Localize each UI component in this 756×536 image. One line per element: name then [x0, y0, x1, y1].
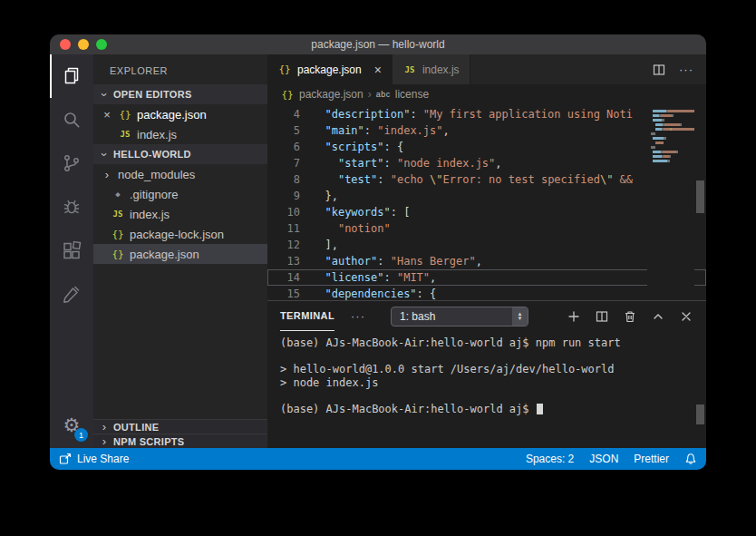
- search-icon: [61, 109, 82, 131]
- line-number: 4: [267, 106, 300, 122]
- code-line[interactable]: 4 "description": "My first application u…: [267, 106, 706, 122]
- titlebar[interactable]: package.json — hello-world: [50, 34, 706, 54]
- minimize-window-button[interactable]: [78, 39, 89, 50]
- section-header-npm-scripts[interactable]: ›NPM SCRIPTS: [93, 434, 267, 448]
- code-line[interactable]: 11 "notion": [267, 220, 706, 237]
- minimap-token: [653, 110, 666, 112]
- close-window-button[interactable]: [60, 39, 71, 50]
- terminal-cursor: [537, 404, 543, 414]
- minimap-line: [651, 155, 693, 158]
- code-token: "MIT": [397, 271, 430, 284]
- minimap-line: [651, 151, 693, 153]
- code-editor[interactable]: 4 "description": "My first application u…: [267, 104, 706, 300]
- code-token: "keywords": [325, 206, 390, 219]
- code-line[interactable]: 15 "dependencies": {: [267, 286, 706, 300]
- json-file-icon: {}: [111, 249, 125, 260]
- code-lines: 4 "description": "My first application u…: [267, 106, 706, 300]
- breadcrumb-label: package.json: [299, 88, 363, 101]
- live-share-button[interactable]: Live Share: [59, 453, 129, 465]
- minimap[interactable]: [647, 104, 694, 300]
- new-terminal-icon[interactable]: [567, 309, 581, 324]
- editor-tab-package-json[interactable]: {}package.json×: [267, 54, 393, 84]
- close-panel-icon[interactable]: [679, 309, 693, 324]
- section-header-outline[interactable]: ›OUTLINE: [93, 419, 267, 434]
- open-editor-item[interactable]: JSindex.js: [93, 124, 267, 144]
- code-line[interactable]: 12 ],: [267, 237, 706, 253]
- file-label: index.js: [130, 208, 170, 221]
- code-token: [312, 108, 325, 121]
- git-branch-icon: [61, 152, 82, 174]
- code-token: },: [312, 190, 338, 202]
- code-line[interactable]: 6 "scripts": {: [267, 139, 706, 155]
- code-token: :: [364, 124, 377, 137]
- code-token: :: [377, 255, 390, 268]
- editor-scrollbar[interactable]: [696, 180, 704, 213]
- code-token: "scripts": [325, 141, 383, 153]
- file-tree-item[interactable]: {}package.json: [93, 244, 267, 264]
- notifications-bell-icon[interactable]: [684, 453, 697, 465]
- section-label: NPM SCRIPTS: [113, 436, 184, 447]
- code-line[interactable]: 10 "keywords": [: [267, 204, 706, 220]
- folder-section-header[interactable]: › HELLO-WORLD: [93, 144, 267, 164]
- code-line[interactable]: 5 "main": "index.js",: [267, 122, 706, 139]
- open-editor-label: package.json: [137, 108, 207, 122]
- open-editors-list: ×{}package.jsonJSindex.js: [93, 104, 267, 144]
- code-token: [312, 287, 325, 300]
- close-tab-icon[interactable]: ×: [374, 63, 382, 77]
- activity-bar-item-explorer[interactable]: [50, 54, 93, 98]
- code-token: &&: [613, 173, 639, 186]
- code-line[interactable]: 9 },: [267, 188, 706, 204]
- vscode-window: package.json — hello-world: [50, 34, 706, 470]
- code-token: "node index.js": [397, 157, 495, 170]
- breadcrumb-item[interactable]: {}package.json: [280, 88, 363, 101]
- minimap-token: [664, 123, 680, 126]
- activity-bar-item-search[interactable]: [50, 98, 93, 141]
- file-label: package.json: [130, 248, 199, 261]
- open-editors-header[interactable]: › OPEN EDITORS: [93, 84, 267, 104]
- activity-bar-item-live-share[interactable]: [50, 272, 93, 316]
- spaces-indicator[interactable]: Spaces: 2: [526, 453, 574, 465]
- activity-bar-item-extensions[interactable]: [50, 229, 93, 272]
- minimap-line: [651, 132, 693, 135]
- panel-more-icon[interactable]: ···: [351, 309, 365, 323]
- formatter-indicator[interactable]: Prettier: [634, 453, 669, 465]
- terminal-shell-select[interactable]: 1: bash ▲▼: [391, 307, 528, 326]
- minimap-line: [651, 128, 693, 131]
- split-terminal-icon[interactable]: [595, 309, 609, 324]
- file-tree-item[interactable]: ›node_modules: [93, 164, 267, 184]
- tab-label: package.json: [297, 63, 362, 76]
- terminal-output[interactable]: (base) AJs-MacBook-Air:hello-world aj$ n…: [267, 331, 706, 448]
- maximize-panel-chevron-icon[interactable]: [651, 309, 665, 324]
- code-token: ,: [443, 124, 450, 137]
- code-line[interactable]: 8 "test": "echo \"Error: no test specifi…: [267, 171, 706, 188]
- code-token: "author": [325, 255, 377, 268]
- code-line[interactable]: 13 "author": "Hans Berger",: [267, 253, 706, 269]
- code-line[interactable]: 14 "license": "MIT",: [267, 269, 706, 286]
- activity-bar-item-debug[interactable]: [50, 185, 93, 229]
- breadcrumb-item[interactable]: abclicense: [376, 88, 429, 101]
- split-editor-icon[interactable]: [652, 63, 666, 77]
- close-editor-icon[interactable]: ×: [101, 108, 113, 122]
- code-line[interactable]: 7 "start": "node index.js",: [267, 155, 706, 171]
- minimap-token: [672, 128, 694, 131]
- chevron-right-icon: ›: [98, 434, 111, 448]
- editor-tab-index-js[interactable]: JSindex.js: [393, 54, 470, 84]
- minimap-token: [667, 160, 670, 162]
- open-editor-item[interactable]: ×{}package.json: [93, 104, 267, 124]
- file-tree-item[interactable]: ◆.gitignore: [93, 184, 267, 204]
- minimap-line: [651, 141, 693, 144]
- settings-gear-button[interactable]: ⚙ 1: [50, 401, 93, 448]
- file-tree-item[interactable]: {}package-lock.json: [93, 224, 267, 244]
- minimap-line: [651, 160, 693, 162]
- sidebar-bottom-sections: ›OUTLINE›NPM SCRIPTS: [93, 419, 267, 448]
- file-tree-item[interactable]: JSindex.js: [93, 204, 267, 224]
- terminal-scrollbar[interactable]: [696, 404, 704, 424]
- kill-terminal-trash-icon[interactable]: [623, 309, 637, 324]
- minimap-token: [653, 119, 662, 122]
- language-mode-indicator[interactable]: JSON: [589, 453, 618, 465]
- terminal-tab[interactable]: TERMINAL: [280, 301, 334, 331]
- editor-more-actions-icon[interactable]: ···: [679, 63, 693, 76]
- zoom-window-button[interactable]: [96, 39, 107, 50]
- open-editor-label: index.js: [137, 128, 177, 141]
- activity-bar-item-source-control[interactable]: [50, 141, 93, 185]
